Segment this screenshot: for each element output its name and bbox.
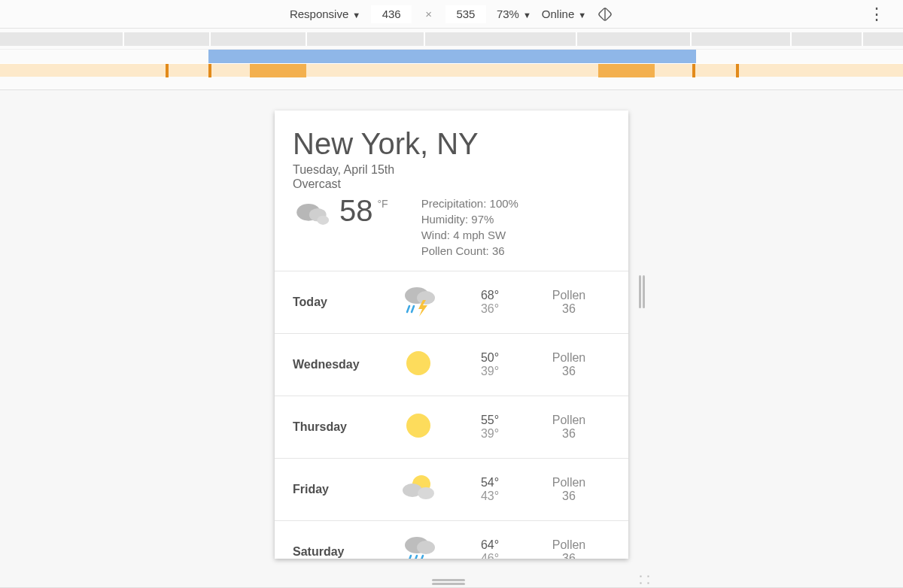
breakpoint-ruler[interactable]: [0, 29, 903, 50]
forecast-icon: [385, 535, 452, 559]
forecast-high: 50°: [452, 351, 528, 365]
viewport-width-input[interactable]: [371, 5, 412, 23]
forecast-day: Saturday: [293, 545, 385, 559]
rotate-icon: [597, 6, 613, 23]
device-dropdown[interactable]: Responsive ▼: [290, 8, 360, 20]
forecast-high: 64°: [452, 538, 528, 552]
forecast-temps: 55°39°: [452, 414, 528, 441]
current-weather-row: 58 °F Precipitation: 100% Humidity: 97% …: [293, 195, 610, 259]
wind-value: 4 mph SW: [453, 229, 506, 241]
zoom-label: 73%: [497, 8, 519, 20]
ruler-segment: [692, 32, 792, 46]
precip-label: Precipitation:: [421, 197, 487, 210]
forecast-day: Friday: [293, 483, 385, 496]
zoom-dropdown[interactable]: 73% ▼: [497, 8, 531, 20]
chevron-down-icon: ▼: [352, 11, 360, 20]
location-title: New York, NY: [293, 127, 610, 161]
media-query-bar-min[interactable]: [0, 63, 903, 77]
ruler-segment: [577, 32, 692, 46]
forecast-pollen: Pollen36: [528, 538, 610, 559]
forecast-temps: 54°43°: [452, 476, 528, 503]
forecast-icon: [385, 285, 452, 320]
forecast-temps: 50°39°: [452, 351, 528, 378]
device-label: Responsive: [290, 8, 348, 20]
weather-stats: Precipitation: 100% Humidity: 97% Wind: …: [421, 195, 518, 259]
temperature-unit: °F: [378, 198, 388, 210]
forecast-temps: 64°46°: [452, 538, 528, 559]
forecast-icon: [385, 472, 452, 507]
media-query-range: [250, 64, 306, 77]
current-condition: Overcast: [293, 177, 610, 191]
forecast-low: 43°: [452, 489, 528, 503]
ruler-segment: [425, 32, 577, 46]
weather-card: New York, NY Tuesday, April 15th Overcas…: [275, 111, 628, 559]
rotate-button[interactable]: [597, 6, 613, 23]
svg-point-4: [317, 216, 329, 225]
viewport-height-input[interactable]: [445, 5, 486, 23]
forecast-low: 39°: [452, 365, 528, 378]
forecast-day: Wednesday: [293, 358, 385, 371]
forecast-row[interactable]: Saturday64°46°Pollen36: [275, 521, 628, 559]
forecast-row[interactable]: Today68°36°Pollen36: [275, 271, 628, 334]
chevron-down-icon: ▼: [578, 11, 586, 20]
ruler-segment: [792, 32, 863, 46]
forecast-pollen: Pollen36: [528, 351, 610, 378]
forecast-pollen: Pollen36: [528, 476, 610, 503]
forecast-low: 36°: [452, 302, 528, 316]
resize-handle-corner[interactable]: ⸬: [640, 571, 655, 586]
wind-label: Wind:: [421, 229, 450, 241]
media-query-bar-max[interactable]: [0, 50, 903, 63]
resize-handle-bottom[interactable]: [432, 579, 465, 585]
resize-handle-right[interactable]: [639, 275, 645, 308]
forecast-icon: [385, 410, 452, 444]
forecast-row[interactable]: Wednesday50°39°Pollen36: [275, 334, 628, 396]
media-query-marker: [208, 64, 211, 77]
ruler-segment: [0, 32, 124, 46]
forecast-high: 54°: [452, 476, 528, 489]
ruler-segment: [211, 32, 307, 46]
toolbar-spacer: [0, 77, 903, 90]
ruler-segment: [124, 32, 211, 46]
kebab-icon: ⋮: [868, 5, 885, 23]
pollen-label: Pollen Count:: [421, 244, 489, 257]
ruler-segment: [307, 32, 425, 46]
forecast-row[interactable]: Friday54°43°Pollen36: [275, 459, 628, 521]
forecast-pollen: Pollen36: [528, 414, 610, 441]
forecast-low: 39°: [452, 427, 528, 441]
throttling-dropdown[interactable]: Online ▼: [542, 8, 586, 20]
current-temperature: 58: [339, 195, 373, 226]
forecast-high: 68°: [452, 289, 528, 302]
media-query-marker: [692, 64, 695, 77]
chevron-down-icon: ▼: [523, 11, 531, 20]
forecast-day: Thursday: [293, 420, 385, 434]
humidity-value: 97%: [471, 213, 494, 226]
overcast-icon: [293, 195, 335, 235]
forecast-high: 55°: [452, 414, 528, 427]
humidity-label: Humidity:: [421, 213, 469, 226]
pollen-value: 36: [492, 244, 505, 257]
media-query-marker: [736, 64, 739, 77]
media-query-range: [208, 50, 696, 63]
forecast-low: 46°: [452, 552, 528, 559]
devtools-toolbar: Responsive ▼ × 73% ▼ Online ▼ ⋮: [0, 0, 903, 29]
forecast-pollen: Pollen36: [528, 289, 610, 316]
media-query-range: [598, 64, 655, 77]
ruler-segment: [863, 32, 903, 46]
forecast-row[interactable]: Thursday55°39°Pollen36: [275, 396, 628, 459]
forecast-temps: 68°36°: [452, 289, 528, 316]
current-date: Tuesday, April 15th: [293, 163, 610, 177]
forecast-icon: [385, 347, 452, 382]
device-viewport: New York, NY Tuesday, April 15th Overcas…: [0, 90, 903, 588]
forecast-day: Today: [293, 296, 385, 309]
media-query-marker: [166, 64, 169, 77]
dimension-separator: ×: [422, 8, 435, 20]
more-options-button[interactable]: ⋮: [868, 6, 885, 23]
throttling-label: Online: [542, 8, 574, 20]
precip-value: 100%: [490, 197, 518, 210]
